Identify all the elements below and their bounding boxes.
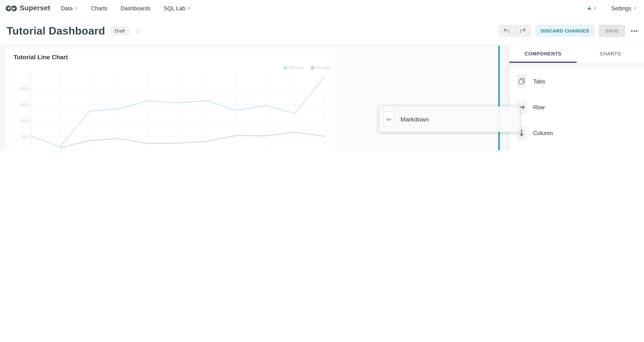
sidebar-item-column[interactable]: Column [509,120,644,146]
nav-item-data[interactable]: Data▼ [61,5,78,11]
nav-item-sqllab[interactable]: SQL Lab▼ [164,5,191,11]
new-item-button[interactable]: + ▼ [587,4,596,12]
svg-text:September: September [225,150,247,150]
page-title[interactable]: Tutorial Dashboard [6,24,105,37]
svg-text:600: 600 [20,102,28,107]
legend-dot [283,66,288,70]
chevron-down-icon: ▼ [593,6,596,10]
drop-indicator-line [498,46,500,150]
chevron-down-icon: ▼ [633,6,636,10]
undo-icon [503,28,510,34]
settings-menu[interactable]: Settings ▼ [611,5,636,11]
sidebar-divider [509,63,644,68]
dashboard-row-1: Tutorial Line Chart Return Single 200400… [3,46,499,150]
svg-text:November: November [285,150,306,150]
favorite-star-icon[interactable]: ☆ [135,26,141,35]
svg-text:April: April [85,150,94,150]
chart-legend: Return Single [283,65,330,70]
svg-text:June: June [143,150,153,150]
builder-sidebar: COMPONENTS CHARTS Tabs Row [509,45,644,150]
nav-right: + ▼ Settings ▼ [587,4,636,12]
svg-text:October: October [258,150,274,150]
chart-title: Tutorial Line Chart [14,54,68,60]
chevron-down-icon: ▼ [75,6,78,10]
tab-charts[interactable]: CHARTS [577,45,644,62]
svg-text:July: July [174,150,182,150]
tab-components[interactable]: COMPONENTS [509,45,577,62]
markdown-drag-preview[interactable]: </> Markdown [379,106,520,132]
plus-icon: + [587,4,592,12]
svg-text:December: December [314,150,335,150]
more-options-icon[interactable]: ••• [631,28,638,34]
line-chart-card: Tutorial Line Chart Return Single 200400… [9,48,336,150]
sidebar-item-header[interactable]: H Header [509,146,644,150]
svg-text:200: 200 [20,134,28,140]
undo-redo-group [498,24,531,37]
dashboard-header: Tutorial Dashboard Draft ☆ DISCARD [0,16,644,45]
tabs-icon [517,74,527,88]
infinity-logo-icon [6,5,17,12]
top-navbar: Superset Data▼ Charts Dashboards SQL Lab… [0,0,644,16]
markdown-icon: </> [383,111,394,127]
save-button[interactable]: SAVE [599,24,625,37]
svg-text:400: 400 [20,118,28,123]
legend-item-single[interactable]: Single [310,65,330,70]
redo-icon [520,28,526,34]
sidebar-item-tabs[interactable]: Tabs [509,68,644,94]
superset-app: Superset Data▼ Charts Dashboards SQL Lab… [0,0,644,150]
superset-logo[interactable]: Superset [6,4,50,12]
svg-text:800: 800 [20,86,28,91]
line-chart: 200400600800FebruaryMarchAprilMayJuneJul… [9,48,336,150]
sidebar-item-row[interactable]: Row [509,94,644,120]
nav-item-charts[interactable]: Charts [91,5,108,11]
sidebar-tabs: COMPONENTS CHARTS [509,45,644,63]
chevron-down-icon: ▼ [188,6,191,10]
svg-text:May: May [115,150,123,150]
brand-name: Superset [20,4,50,12]
status-badge: Draft [110,27,130,35]
drag-preview-label: Markdown [400,116,429,122]
nav-item-dashboards[interactable]: Dashboards [120,5,150,11]
legend-item-return[interactable]: Return [283,65,304,70]
nav-menu: Data▼ Charts Dashboards SQL Lab▼ [61,5,191,11]
svg-text:March: March [54,150,66,150]
discard-changes-button[interactable]: DISCARD CHANGES [535,24,595,37]
header-actions: DISCARD CHANGES SAVE ••• [498,24,638,37]
redo-button[interactable] [515,24,531,37]
legend-dot [310,66,314,70]
undo-button[interactable] [498,24,515,37]
svg-text:August: August [200,150,214,150]
svg-text:February: February [22,150,40,150]
